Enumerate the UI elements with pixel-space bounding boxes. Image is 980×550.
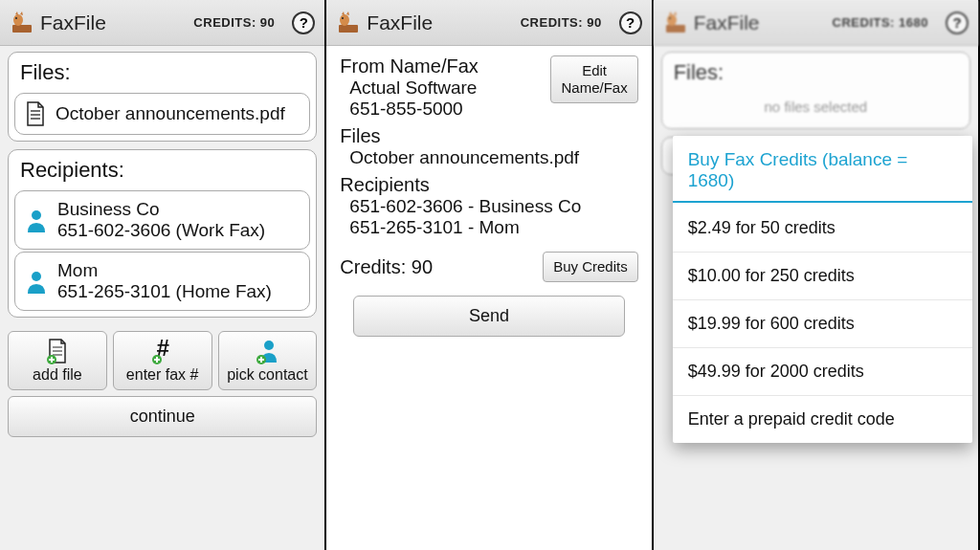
summary-recipient-line: 651-602-3606 - Business Co <box>340 196 637 217</box>
credit-option[interactable]: $2.49 for 50 credits <box>673 205 972 253</box>
credit-option[interactable]: $49.99 for 2000 credits <box>673 348 972 396</box>
dialog-title: Buy Fax Credits (balance = 1680) <box>673 136 972 201</box>
svg-point-2 <box>15 17 17 19</box>
help-button[interactable]: ? <box>619 11 642 34</box>
recipient-item[interactable]: Business Co 651-602-3606 (Work Fax) <box>14 190 310 250</box>
buy-credits-button[interactable]: Buy Credits <box>543 252 638 282</box>
app-title: FaxFile <box>40 11 106 34</box>
panel-confirm-send: FaxFile CREDITS: 90 ? From Name/Fax Actu… <box>326 0 653 550</box>
panel-files-recipients: FaxFile CREDITS: 90 ? Files: October ann… <box>0 0 326 550</box>
no-files-message: no files selected <box>668 91 964 124</box>
file-item[interactable]: October announcements.pdf <box>14 93 310 135</box>
credit-option-prepaid[interactable]: Enter a prepaid credit code <box>673 396 972 443</box>
add-file-icon <box>44 338 71 364</box>
app-header: FaxFile CREDITS: 90 ? <box>0 0 324 46</box>
pick-contact-button[interactable]: pick contact <box>218 331 318 390</box>
svg-point-23 <box>340 14 349 26</box>
enter-fax-button[interactable]: # enter fax # <box>113 331 212 390</box>
files-card: Files: October announcements.pdf <box>8 52 317 142</box>
svg-rect-25 <box>666 25 685 33</box>
recipient-name: Mom <box>57 260 272 281</box>
svg-point-1 <box>13 14 23 26</box>
svg-rect-22 <box>339 25 358 33</box>
hash-icon: # <box>149 338 176 364</box>
summary-body: From Name/Fax Actual Software 651-855-50… <box>326 46 651 550</box>
files-heading: Files: <box>14 56 310 91</box>
pick-contact-icon <box>254 338 280 364</box>
add-file-label: add file <box>33 366 82 384</box>
credits-label: CREDITS: 1680 <box>833 15 928 30</box>
pick-contact-label: pick contact <box>227 366 307 384</box>
send-button[interactable]: Send <box>353 296 624 337</box>
recipients-label: Recipients <box>340 174 637 196</box>
contact-icon <box>25 268 48 295</box>
from-label: From Name/Fax <box>340 55 478 77</box>
buy-credits-dialog: Buy Fax Credits (balance = 1680) $2.49 f… <box>673 136 972 443</box>
credit-option[interactable]: $19.99 for 600 credits <box>673 300 972 348</box>
svg-rect-0 <box>12 25 32 33</box>
panel-buy-credits: FaxFile CREDITS: 1680 ? Files: no files … <box>654 0 980 550</box>
recipient-name: Business Co <box>57 199 265 220</box>
svg-point-18 <box>264 341 274 350</box>
files-heading: Files: <box>668 56 964 91</box>
credits-label: CREDITS: 90 <box>193 15 275 30</box>
recipients-heading: Recipients: <box>14 154 310 188</box>
recipient-fax: 651-265-3101 (Home Fax) <box>57 281 272 302</box>
app-logo-icon <box>663 11 688 35</box>
app-title: FaxFile <box>694 11 760 34</box>
help-button[interactable]: ? <box>946 11 969 34</box>
enter-fax-label: enter fax # <box>126 366 199 384</box>
from-fax: 651-855-5000 <box>340 99 478 120</box>
action-row: add file # enter fax # pick contact <box>8 331 317 390</box>
file-name-label: October announcements.pdf <box>56 103 285 124</box>
help-button[interactable]: ? <box>292 11 315 34</box>
files-card: Files: no files selected <box>661 52 970 129</box>
files-label: Files <box>340 125 637 147</box>
app-header: FaxFile CREDITS: 90 ? <box>326 0 651 46</box>
svg-point-7 <box>32 272 41 281</box>
edit-name-fax-button[interactable]: Edit Name/Fax <box>550 55 637 103</box>
document-icon <box>25 101 46 126</box>
app-logo-icon <box>336 11 361 35</box>
credit-option[interactable]: $10.00 for 250 credits <box>673 253 972 300</box>
app-logo-icon <box>10 11 34 35</box>
summary-recipient-line: 651-265-3101 - Mom <box>340 217 637 238</box>
contact-icon <box>25 207 48 233</box>
credits-label: CREDITS: 90 <box>521 15 602 30</box>
credits-summary-label: Credits: 90 <box>340 256 433 278</box>
svg-point-27 <box>669 17 671 19</box>
svg-point-26 <box>667 14 677 26</box>
app-header: FaxFile CREDITS: 1680 ? <box>654 0 978 46</box>
recipient-item[interactable]: Mom 651-265-3101 (Home Fax) <box>14 252 310 311</box>
svg-point-24 <box>342 17 344 19</box>
recipients-card: Recipients: Business Co 651-602-3606 (Wo… <box>8 149 317 318</box>
app-title: FaxFile <box>367 11 433 34</box>
recipient-fax: 651-602-3606 (Work Fax) <box>57 220 265 241</box>
svg-point-6 <box>32 210 41 220</box>
summary-file-name: October announcements.pdf <box>340 147 637 168</box>
add-file-button[interactable]: add file <box>8 331 107 390</box>
dialog-divider <box>673 201 972 203</box>
continue-button[interactable]: continue <box>8 396 317 437</box>
from-name: Actual Software <box>340 77 478 99</box>
